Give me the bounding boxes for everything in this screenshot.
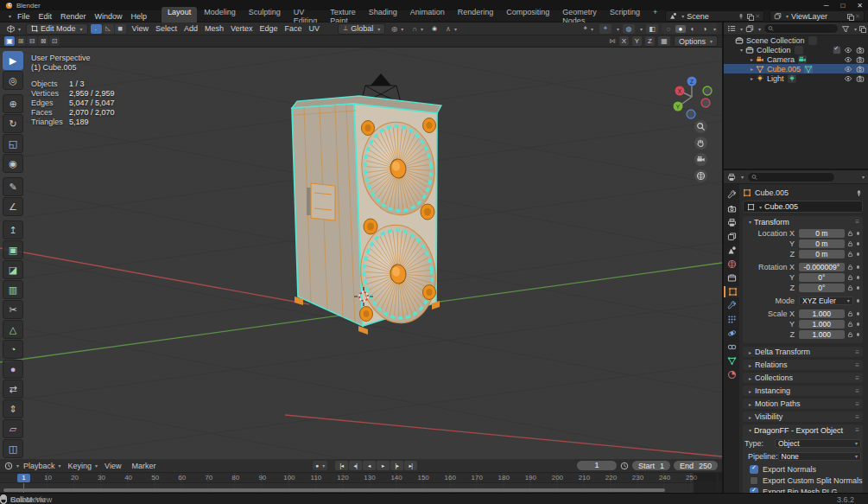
collection-checkbox[interactable] bbox=[833, 46, 841, 54]
app-menu-item[interactable]: File bbox=[13, 11, 35, 22]
animate-dot[interactable] bbox=[857, 265, 860, 269]
property-tab[interactable] bbox=[724, 258, 739, 270]
collapsed-section[interactable]: ▸ Collections ≡ bbox=[743, 373, 863, 383]
transport-button[interactable]: ▸| bbox=[404, 461, 417, 470]
grip-icon[interactable]: ≡ bbox=[855, 374, 858, 382]
tool-button[interactable]: △ bbox=[3, 320, 23, 339]
pin-icon[interactable] bbox=[738, 13, 744, 20]
lock-icon[interactable] bbox=[847, 321, 853, 328]
outliner-item-label[interactable]: Scene Collection bbox=[746, 36, 805, 45]
delete-scene-icon[interactable]: ✕ bbox=[755, 13, 760, 20]
hide-eye-icon[interactable] bbox=[844, 46, 852, 54]
navigation-gizmo[interactable]: Z X Y bbox=[655, 73, 715, 125]
lock-icon[interactable] bbox=[847, 284, 853, 291]
outliner-row[interactable]: ▸ Camera bbox=[724, 54, 868, 64]
animate-dot[interactable] bbox=[857, 286, 860, 290]
tool-button[interactable]: ⇄ bbox=[3, 380, 23, 399]
lock-icon[interactable] bbox=[847, 331, 853, 338]
app-menu-item[interactable]: Window bbox=[91, 11, 127, 22]
viewport-menu-item[interactable]: Select bbox=[152, 24, 181, 33]
transform-orientation[interactable]: ⊥ Global ▾ bbox=[338, 23, 385, 35]
property-tab[interactable] bbox=[724, 286, 739, 297]
grip-icon[interactable]: ≡ bbox=[855, 348, 858, 356]
property-tab[interactable] bbox=[724, 341, 739, 353]
expand-arrow-icon[interactable]: ▾ bbox=[738, 47, 745, 53]
checkbox-row[interactable]: Export Normals bbox=[750, 463, 863, 475]
outliner-row[interactable]: ▸ Cube.005 bbox=[724, 64, 868, 73]
viewport-menu-item[interactable]: View bbox=[129, 24, 152, 33]
transform-panel-header[interactable]: ▾ Transform ≡ bbox=[743, 216, 863, 227]
breadcrumb-object[interactable]: Cube.005 bbox=[755, 188, 789, 197]
tool-button[interactable]: ▶ bbox=[3, 51, 23, 70]
collapsed-section[interactable]: ▸ Motion Paths ≡ bbox=[743, 399, 863, 409]
tool-button[interactable]: ◎ bbox=[3, 71, 23, 90]
maximize-button[interactable]: □ bbox=[840, 2, 845, 10]
mirror-y-button[interactable]: Y bbox=[632, 36, 642, 46]
timeline-menu-item[interactable]: Playback ▾ bbox=[21, 461, 64, 470]
tool-button[interactable]: ◱ bbox=[3, 134, 23, 153]
pan-icon[interactable] bbox=[694, 137, 707, 150]
select-option-button[interactable]: ▣ bbox=[4, 36, 15, 46]
collapsed-section[interactable]: ▸ Relations ≡ bbox=[743, 360, 863, 370]
collapsed-section[interactable]: ▸ Visibility ≡ bbox=[743, 411, 863, 422]
hide-eye-icon[interactable] bbox=[844, 65, 852, 73]
outliner-filter-mode-icon[interactable] bbox=[745, 24, 754, 33]
outliner-item-label[interactable]: Cube.005 bbox=[767, 65, 801, 73]
tool-button[interactable]: ◫ bbox=[3, 439, 23, 458]
properties-search[interactable] bbox=[747, 172, 835, 182]
outliner-row[interactable]: ▾ Collection bbox=[724, 45, 868, 54]
gizmo-x-neg[interactable] bbox=[701, 99, 710, 107]
gizmo-y-neg[interactable] bbox=[703, 86, 712, 95]
expand-arrow-icon[interactable]: ▸ bbox=[748, 66, 756, 72]
wireframe-shading-button[interactable]: ◌ bbox=[663, 25, 674, 33]
tool-button[interactable]: ● bbox=[3, 360, 23, 379]
editor-type-button[interactable]: ▾ bbox=[4, 24, 23, 34]
properties-search-input[interactable] bbox=[760, 173, 831, 181]
value-field[interactable]: 0 m bbox=[799, 239, 845, 248]
select-mode-button[interactable]: ∙ bbox=[91, 24, 102, 34]
property-tab[interactable] bbox=[724, 189, 739, 201]
select-option-button[interactable]: ⊡ bbox=[49, 36, 60, 46]
tool-button[interactable]: ✎ bbox=[3, 177, 23, 196]
checkbox-row[interactable]: Export Custom Split Normals bbox=[750, 475, 863, 486]
hide-eye-icon[interactable] bbox=[844, 74, 852, 83]
tool-button[interactable]: ∠ bbox=[3, 197, 23, 216]
viewport-menu-item[interactable]: Edge bbox=[256, 24, 281, 33]
use-preview-range-icon[interactable] bbox=[620, 462, 629, 470]
disable-render-icon[interactable] bbox=[856, 74, 865, 83]
disable-render-icon[interactable] bbox=[856, 55, 865, 64]
outliner-row[interactable]: ▸ Light bbox=[724, 73, 868, 83]
snap-proportional-icon[interactable]: ▦ bbox=[658, 36, 670, 46]
value-field[interactable]: 0 m bbox=[799, 229, 845, 238]
value-field[interactable]: 1.000 bbox=[799, 320, 845, 329]
show-object-types-button[interactable]: ⌖▾ bbox=[580, 24, 596, 34]
tool-button[interactable]: ↻ bbox=[3, 114, 23, 133]
hide-eye-icon[interactable] bbox=[844, 55, 852, 64]
transport-button[interactable]: |▸ bbox=[390, 461, 403, 470]
grip-icon[interactable]: ≡ bbox=[855, 387, 858, 395]
rendered-shading-button[interactable]: ◑ bbox=[700, 25, 710, 33]
pivot-point-button[interactable]: ◎▾ bbox=[389, 24, 406, 34]
lock-icon[interactable] bbox=[847, 251, 853, 258]
perspective-toggle-icon[interactable] bbox=[694, 169, 707, 182]
playhead[interactable]: 1 bbox=[17, 474, 30, 482]
timeline-menu-item[interactable]: Marker bbox=[129, 461, 162, 470]
chevron-down-icon[interactable]: ▾ bbox=[862, 174, 865, 180]
property-tab[interactable] bbox=[724, 314, 739, 325]
outliner-item-label[interactable]: Light bbox=[767, 74, 784, 83]
app-menu-item[interactable]: Edit bbox=[35, 11, 57, 22]
viewport-menu-item[interactable]: Add bbox=[181, 24, 201, 33]
animate-dot[interactable] bbox=[857, 322, 860, 326]
collapsed-section[interactable]: ▸ Delta Transform ≡ bbox=[743, 347, 863, 357]
new-view-layer-icon[interactable] bbox=[847, 14, 852, 19]
minimize-button[interactable]: ─ bbox=[824, 2, 829, 10]
tool-button[interactable]: ↥ bbox=[3, 220, 23, 239]
mirror-x-button[interactable]: X bbox=[619, 36, 629, 46]
animate-dot[interactable] bbox=[857, 333, 860, 336]
close-button[interactable]: ✕ bbox=[857, 2, 863, 10]
viewport-menu-item[interactable]: Face bbox=[282, 24, 306, 33]
viewport-menu-item[interactable]: UV bbox=[306, 24, 324, 33]
lock-icon[interactable] bbox=[847, 274, 853, 281]
value-field[interactable]: 0° bbox=[799, 273, 845, 282]
scene-selector[interactable]: ▾ Scene ✕ bbox=[665, 10, 764, 22]
